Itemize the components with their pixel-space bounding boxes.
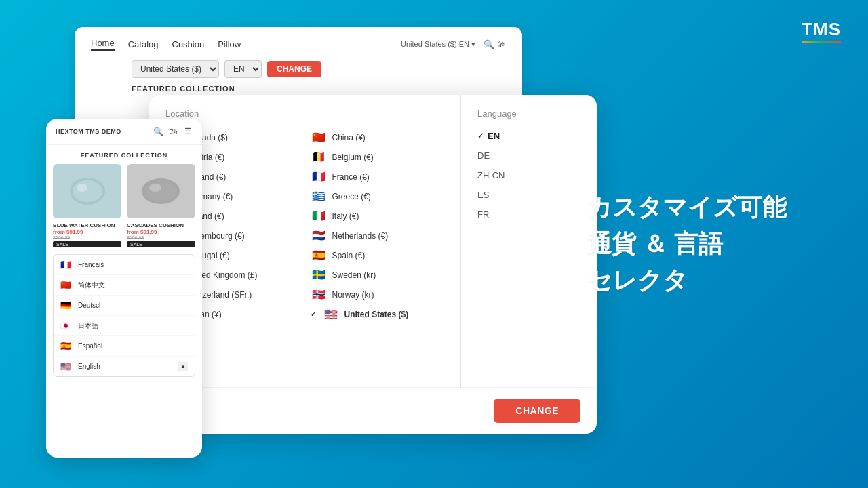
lang-es-label: ES — [477, 190, 489, 200]
svg-point-4 — [144, 181, 177, 201]
lang-fr[interactable]: FR — [477, 209, 580, 220]
location-title: Location — [165, 108, 444, 119]
belgium-flag: 🇧🇪 — [311, 150, 327, 163]
espanol-label: Español — [78, 342, 102, 350]
language-select[interactable]: EN — [224, 60, 262, 78]
spain-label: Spain (€) — [332, 251, 366, 260]
dropdown-japanese[interactable]: 🇯🇵 日本語 — [54, 316, 195, 336]
lang-es[interactable]: ES — [477, 190, 580, 200]
lang-de[interactable]: DE — [477, 150, 580, 161]
product-cascades: CASCADES CUSHION from $91.99 $106.99 SAL… — [127, 164, 195, 247]
phone-products: BLUE WATER CUSHION from $91.99 $106.99 S… — [46, 164, 202, 247]
phone-header: HEXTOM TMS DEMO 🔍 🛍 ☰ — [46, 119, 202, 145]
lang-zh-cn-label: ZH-CN — [477, 170, 505, 180]
country-sweden[interactable]: 🇸🇪 Sweden (kr) — [311, 268, 445, 281]
spain-flag: 🇪🇸 — [311, 249, 327, 262]
product-blue-water: BLUE WATER CUSHION from $91.99 $106.99 S… — [53, 164, 121, 247]
modal-body: Location 🇨🇦 Canada ($) 🇨🇳 China (¥) 🇦🇹 A… — [149, 95, 597, 387]
francais-flag: 🇫🇷 — [60, 260, 73, 270]
country-netherlands[interactable]: 🇳🇱 Netherlands (€) — [311, 229, 445, 242]
nav-catalog[interactable]: Catalog — [128, 39, 159, 49]
modal-change-button[interactable]: CHANGE — [494, 399, 580, 423]
francais-label: Français — [78, 261, 104, 268]
product-blue-water-img — [53, 164, 121, 218]
usa-check: ✓ — [311, 310, 316, 318]
dropdown-english[interactable]: 🇺🇸 English ▲ — [54, 357, 195, 376]
dropdown-espanol[interactable]: 🇪🇸 Español — [54, 336, 195, 357]
deutsch-flag: 🇩🇪 — [60, 300, 73, 310]
china-label: China (¥) — [332, 133, 366, 142]
currency-language-modal: Location 🇨🇦 Canada ($) 🇨🇳 China (¥) 🇦🇹 A… — [149, 95, 597, 434]
greece-label: Greece (€) — [332, 192, 371, 201]
lang-de-label: DE — [477, 150, 490, 161]
product-blue-water-sale: SALE — [53, 241, 121, 247]
france-label: France (€) — [332, 172, 370, 182]
china-flag: 🇨🇳 — [311, 131, 327, 144]
japanese-label: 日本語 — [78, 321, 98, 331]
cart-icon[interactable]: 🛍 — [497, 39, 506, 49]
lang-zh-cn[interactable]: ZH-CN — [477, 170, 580, 180]
dropdown-francais[interactable]: 🇫🇷 Français — [54, 255, 195, 275]
norway-flag: 🇳🇴 — [311, 288, 327, 301]
bg-change-button[interactable]: CHANGE — [267, 61, 321, 77]
tms-logo: TMS — [802, 19, 841, 43]
japanese-flag: 🇯🇵 — [60, 321, 73, 331]
japanese-line1: カスタマイズ可能 — [587, 189, 787, 226]
nav-pillow[interactable]: Pillow — [218, 39, 241, 49]
country-spain[interactable]: 🇪🇸 Spain (€) — [311, 249, 445, 262]
language-title: Language — [477, 108, 580, 119]
phone-card: HEXTOM TMS DEMO 🔍 🛍 ☰ FEATURED COLLECTIO… — [46, 119, 202, 458]
italy-label: Italy (€) — [332, 211, 359, 221]
product-cascades-sale: SALE — [127, 241, 195, 247]
netherlands-label: Netherlands (€) — [332, 231, 389, 241]
product-blue-water-price: from $91.99 — [53, 229, 121, 235]
greece-flag: 🇬🇷 — [311, 190, 327, 203]
country-greece[interactable]: 🇬🇷 Greece (€) — [311, 190, 445, 203]
product-cascades-orig: $106.99 — [127, 235, 195, 240]
lang-en[interactable]: ✓ EN — [477, 131, 580, 141]
lang-fr-label: FR — [477, 209, 489, 220]
phone-logo-text: HEXTOM TMS DEMO — [56, 128, 121, 135]
france-flag: 🇫🇷 — [311, 170, 327, 183]
deutsch-label: Deutsch — [78, 302, 103, 309]
currency-selects: United States ($) EN CHANGE — [91, 60, 506, 78]
svg-point-2 — [77, 184, 87, 192]
usa-label: United States ($) — [344, 310, 409, 319]
country-norway[interactable]: 🇳🇴 Norway (kr) — [311, 288, 445, 301]
sweden-label: Sweden (kr) — [332, 270, 376, 280]
country-france[interactable]: 🇫🇷 France (€) — [311, 170, 445, 183]
bg-featured-title: FEATURED COLLECTION — [91, 85, 506, 93]
country-usa[interactable]: ✓ 🇺🇸 United States ($) — [311, 308, 445, 321]
modal-footer: CHANGE — [149, 387, 597, 434]
usa-flag: 🇺🇸 — [323, 308, 339, 321]
phone-icon-group: 🔍 🛍 ☰ — [153, 127, 193, 136]
norway-label: Norway (kr) — [332, 290, 374, 300]
netherlands-flag: 🇳🇱 — [311, 229, 327, 242]
phone-language-dropdown: 🇫🇷 Français 🇨🇳 简体中文 🇩🇪 Deutsch 🇯🇵 日本語 🇪🇸… — [53, 254, 195, 377]
nav-cushion[interactable]: Cushion — [172, 39, 205, 49]
product-blue-water-name: BLUE WATER CUSHION — [53, 222, 121, 229]
phone-cart-icon[interactable]: 🛍 — [168, 127, 178, 136]
country-grid: 🇨🇦 Canada ($) 🇨🇳 China (¥) 🇦🇹 Austria (€… — [165, 131, 444, 321]
dropdown-deutsch[interactable]: 🇩🇪 Deutsch — [54, 296, 195, 316]
phone-menu-icon[interactable]: ☰ — [183, 127, 193, 136]
language-panel: Language ✓ EN DE ZH-CN ES FR — [461, 95, 597, 387]
chinese-flag: 🇨🇳 — [60, 280, 73, 290]
svg-point-5 — [149, 184, 161, 192]
nav-bar: Home Catalog Cushion Pillow United State… — [91, 38, 506, 51]
svg-point-1 — [73, 180, 102, 202]
country-italy[interactable]: 🇮🇹 Italy (€) — [311, 209, 445, 222]
currency-select[interactable]: United States ($) — [132, 60, 219, 78]
search-icon[interactable]: 🔍 — [484, 39, 494, 49]
japanese-line3: セレクタ — [587, 262, 787, 299]
japanese-text-block: カスタマイズ可能 通貨 ＆ 言語 セレクタ — [587, 189, 787, 299]
country-belgium[interactable]: 🇧🇪 Belgium (€) — [311, 150, 445, 163]
nav-home[interactable]: Home — [91, 38, 115, 51]
product-cascades-img — [127, 164, 195, 218]
country-china[interactable]: 🇨🇳 China (¥) — [311, 131, 445, 144]
phone-featured-title: FEATURED COLLECTION — [46, 145, 202, 164]
dropdown-chinese[interactable]: 🇨🇳 简体中文 — [54, 275, 195, 296]
phone-search-icon[interactable]: 🔍 — [153, 127, 163, 136]
english-flag: 🇺🇸 — [60, 361, 73, 371]
belgium-label: Belgium (€) — [332, 152, 374, 162]
